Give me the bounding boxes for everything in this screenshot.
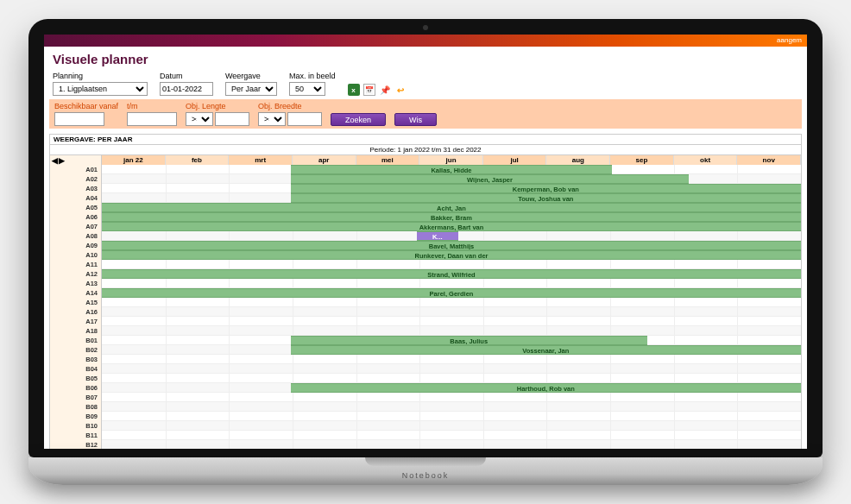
gantt-row: B08 — [50, 402, 801, 412]
gantt-row: A08K... — [50, 231, 801, 241]
datum-label: Datum — [160, 72, 213, 80]
breedte-input[interactable] — [287, 112, 322, 126]
max-select[interactable]: 50 — [289, 82, 325, 96]
row-label: A06 — [50, 212, 102, 222]
gantt-bar[interactable]: K... — [417, 231, 459, 241]
gantt-bar[interactable]: Vossenaar, Jan — [291, 345, 801, 355]
gantt-bar[interactable]: Bakker, Bram — [102, 212, 801, 222]
gantt-bar[interactable]: Baas, Julius — [291, 336, 647, 345]
row-label: A10 — [50, 250, 102, 260]
month-header-cell: jul — [483, 155, 547, 165]
month-header-cell: feb — [166, 155, 230, 165]
row-label: A11 — [50, 260, 102, 269]
calendar-icon[interactable]: 📅 — [363, 84, 375, 96]
gantt-bar[interactable]: Akkermans, Bart van — [102, 222, 801, 231]
row-label: A13 — [50, 279, 102, 288]
row-label: A08 — [50, 231, 102, 241]
pin-icon[interactable]: 📌 — [379, 84, 391, 96]
periode-bar: Periode: 1 jan 2022 t/m 31 dec 2022 — [50, 145, 801, 155]
planning-label: Planning — [53, 72, 148, 80]
row-label: A04 — [50, 193, 102, 203]
search-controls: Beschikbaar vanaf t/m Obj. Lengte >= Obj… — [49, 99, 802, 129]
gantt-bar[interactable]: Harthoud, Rob van — [291, 383, 801, 393]
beschikbaar-from-input[interactable] — [54, 112, 104, 126]
gantt-row: A10Runkever, Daan van der — [50, 250, 801, 260]
gantt-bar[interactable]: Kemperman, Bob van — [291, 184, 801, 193]
month-header-cell: mei — [356, 155, 420, 165]
wis-button[interactable]: Wis — [394, 113, 437, 126]
lengte-label: Obj. Lengte — [186, 102, 249, 110]
gantt-bar[interactable]: Parel, Gerdien — [102, 288, 801, 298]
row-label: A03 — [50, 184, 102, 193]
weergave-title: WEERGAVE: PER JAAR — [50, 135, 801, 145]
gantt-row: A17 — [50, 317, 801, 326]
row-label: A07 — [50, 222, 102, 231]
zoeken-button[interactable]: Zoeken — [331, 113, 386, 126]
month-header-cell: jan 22 — [102, 155, 166, 165]
row-label: B11 — [50, 431, 102, 440]
gantt-row: B05 — [50, 374, 801, 383]
periode-text: 1 jan 2022 t/m 31 dec 2022 — [398, 146, 482, 154]
breedte-label: Obj. Breedte — [258, 102, 322, 110]
gantt-bar[interactable]: Kallas, Hidde — [291, 165, 613, 174]
month-header-cell: mrt — [229, 155, 293, 165]
gantt-bar[interactable]: Acht, Jan — [102, 203, 801, 212]
row-label: B03 — [50, 355, 102, 364]
row-label: A02 — [50, 174, 102, 184]
row-label: A09 — [50, 241, 102, 250]
gantt-bar[interactable]: Bavel, Matthijs — [102, 241, 801, 250]
gantt-row: B12 — [50, 440, 801, 449]
gantt-row: A14Parel, Gerdien — [50, 288, 801, 298]
row-label: A15 — [50, 298, 102, 307]
row-label: B06 — [50, 383, 102, 393]
gantt-row: A07Akkermans, Bart van — [50, 222, 801, 231]
row-label: B10 — [50, 421, 102, 431]
gantt-bar[interactable]: Wijnen, Jasper — [291, 174, 690, 184]
month-header: ◀ ▶ jan 22febmrtaprmeijunjulaugsepoktnov — [50, 155, 801, 165]
row-label: A17 — [50, 317, 102, 326]
month-header-cell: nov — [737, 155, 801, 165]
gantt-bar[interactable]: Touw, Joshua van — [291, 193, 801, 203]
tm-label: t/m — [127, 102, 177, 110]
month-header-cell: sep — [610, 155, 674, 165]
gantt-row: B09 — [50, 412, 801, 421]
row-label: A01 — [50, 165, 102, 174]
row-label: B02 — [50, 345, 102, 355]
lengte-cmp[interactable]: >= — [186, 112, 213, 126]
row-label: B04 — [50, 364, 102, 374]
gantt-row: A02Wijnen, Jasper — [50, 174, 801, 184]
lengte-input[interactable] — [215, 112, 249, 126]
max-label: Max. in beeld — [289, 72, 336, 80]
datum-input[interactable] — [160, 82, 213, 96]
planning-select[interactable]: 1. Ligplaatsen — [53, 82, 148, 96]
gantt-row: B07 — [50, 393, 801, 402]
gantt-row: A09Bavel, Matthijs — [50, 241, 801, 250]
gantt-row: A11 — [50, 260, 801, 269]
scroll-left-icon[interactable]: ◀ — [52, 156, 58, 165]
gantt-row: A01Kallas, Hidde — [50, 165, 801, 174]
weergave-select[interactable]: Per Jaar — [225, 82, 277, 96]
gantt-row: B01Baas, Julius — [50, 336, 801, 345]
gantt-row: A18 — [50, 326, 801, 336]
row-label: B01 — [50, 336, 102, 345]
topbar-right-text: aangem — [777, 36, 802, 44]
gantt-row: A15 — [50, 298, 801, 307]
gantt-row: A04Touw, Joshua van — [50, 193, 801, 203]
row-label: A05 — [50, 203, 102, 212]
app-top-bar: aangem — [44, 35, 807, 47]
page-title: Visuele planner — [44, 47, 807, 70]
export-excel-icon[interactable]: x — [348, 84, 360, 96]
row-label: A12 — [50, 269, 102, 279]
gantt-row: A13 — [50, 279, 801, 288]
gantt-bar[interactable]: Runkever, Daan van der — [102, 250, 801, 260]
beschikbaar-to-input[interactable] — [127, 112, 177, 126]
gantt-row: B11 — [50, 431, 801, 440]
row-label: A14 — [50, 288, 102, 298]
gantt-bar[interactable]: Strand, Wilfried — [102, 269, 801, 279]
breedte-cmp[interactable]: >= — [258, 112, 286, 126]
scroll-right-icon[interactable]: ▶ — [59, 156, 65, 165]
back-arrow-icon[interactable]: ↩ — [394, 84, 407, 96]
gantt-row: A16 — [50, 307, 801, 317]
gantt-row: A05Acht, Jan — [50, 203, 801, 212]
gantt-row: B02Vossenaar, Jan — [50, 345, 801, 355]
